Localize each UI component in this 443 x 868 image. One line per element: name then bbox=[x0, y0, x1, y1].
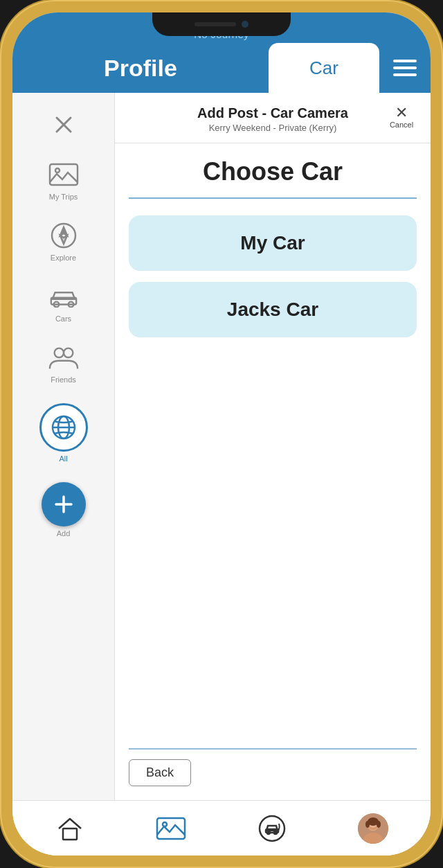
compass-icon bbox=[48, 220, 79, 251]
sidebar: My Trips Explore bbox=[12, 93, 115, 800]
sidebar-item-friends[interactable]: Friends bbox=[12, 333, 114, 393]
nav-home[interactable] bbox=[44, 808, 96, 849]
sidebar-item-cars[interactable]: Cars bbox=[12, 272, 114, 333]
cancel-button[interactable]: ✕ Cancel bbox=[386, 105, 417, 129]
spacer bbox=[129, 348, 417, 748]
svg-point-3 bbox=[55, 168, 60, 172]
notch-camera bbox=[242, 21, 248, 28]
panel: Add Post - Car Camera Kerry Weekend - Pr… bbox=[115, 93, 431, 800]
phone-frame: No Journey Profile Car bbox=[0, 0, 443, 868]
svg-point-32 bbox=[377, 821, 381, 828]
x-icon bbox=[48, 109, 79, 140]
panel-title: Add Post - Car Camera bbox=[159, 105, 386, 121]
back-button[interactable]: Back bbox=[129, 759, 191, 786]
panel-subtitle: Kerry Weekend - Private (Kerry) bbox=[159, 123, 386, 133]
image-icon bbox=[48, 159, 79, 190]
explore-label: Explore bbox=[51, 254, 76, 262]
svg-point-12 bbox=[64, 348, 73, 357]
car-tab-label: Car bbox=[309, 57, 338, 79]
friends-label: Friends bbox=[51, 375, 76, 384]
choose-car-heading: Choose Car bbox=[129, 157, 417, 186]
gallery-icon bbox=[156, 813, 186, 844]
panel-body: Choose Car My Car Jacks Car Back bbox=[115, 143, 431, 800]
sidebar-item-my-trips[interactable]: My Trips bbox=[12, 150, 114, 211]
nav-journey[interactable] bbox=[246, 808, 298, 849]
phone-inner: No Journey Profile Car bbox=[12, 12, 431, 856]
car-tab[interactable]: Car bbox=[269, 43, 379, 93]
svg-marker-5 bbox=[60, 227, 67, 236]
profile-tab[interactable]: Profile bbox=[12, 43, 269, 93]
nav-gallery[interactable] bbox=[145, 808, 197, 849]
menu-button[interactable] bbox=[379, 43, 431, 93]
panel-header: Add Post - Car Camera Kerry Weekend - Pr… bbox=[115, 93, 431, 143]
jacks-car-button[interactable]: Jacks Car bbox=[129, 282, 417, 337]
bottom-nav bbox=[12, 800, 431, 856]
sidebar-item-explore[interactable]: Explore bbox=[12, 211, 114, 272]
main-content: My Trips Explore bbox=[12, 93, 431, 800]
panel-header-titles: Add Post - Car Camera Kerry Weekend - Pr… bbox=[159, 105, 386, 133]
sidebar-item-all[interactable]: All bbox=[12, 393, 114, 472]
avatar-icon bbox=[358, 813, 388, 844]
all-active-circle bbox=[39, 403, 88, 452]
cars-label: Cars bbox=[55, 315, 71, 323]
car-circle-icon bbox=[257, 813, 287, 844]
svg-marker-6 bbox=[60, 236, 67, 244]
cancel-x-icon: ✕ bbox=[395, 105, 408, 121]
svg-rect-18 bbox=[63, 829, 77, 840]
divider-bottom bbox=[129, 748, 417, 750]
my-trips-label: My Trips bbox=[49, 193, 78, 201]
friends-icon bbox=[48, 342, 79, 373]
divider-top bbox=[129, 197, 417, 199]
hamburger-line-1 bbox=[393, 60, 417, 62]
svg-rect-2 bbox=[50, 164, 78, 185]
home-icon bbox=[55, 813, 85, 844]
notch bbox=[152, 12, 291, 36]
all-label: All bbox=[59, 454, 67, 463]
hamburger-line-3 bbox=[393, 73, 417, 76]
sidebar-item-add[interactable]: Add bbox=[12, 472, 114, 547]
add-icon bbox=[42, 482, 86, 526]
svg-point-31 bbox=[365, 821, 370, 828]
profile-tab-label: Profile bbox=[104, 55, 177, 82]
sidebar-item-close[interactable] bbox=[12, 100, 114, 150]
svg-point-11 bbox=[54, 348, 63, 357]
nav-profile[interactable] bbox=[347, 808, 399, 849]
hamburger-icon bbox=[393, 60, 417, 76]
add-label: Add bbox=[57, 529, 71, 538]
my-car-button[interactable]: My Car bbox=[129, 215, 417, 271]
hamburger-line-2 bbox=[393, 67, 417, 69]
notch-speaker bbox=[195, 22, 236, 26]
car-icon bbox=[48, 281, 79, 312]
cancel-label: Cancel bbox=[390, 121, 413, 129]
app-header: Profile Car bbox=[12, 43, 431, 93]
svg-point-20 bbox=[163, 822, 167, 826]
